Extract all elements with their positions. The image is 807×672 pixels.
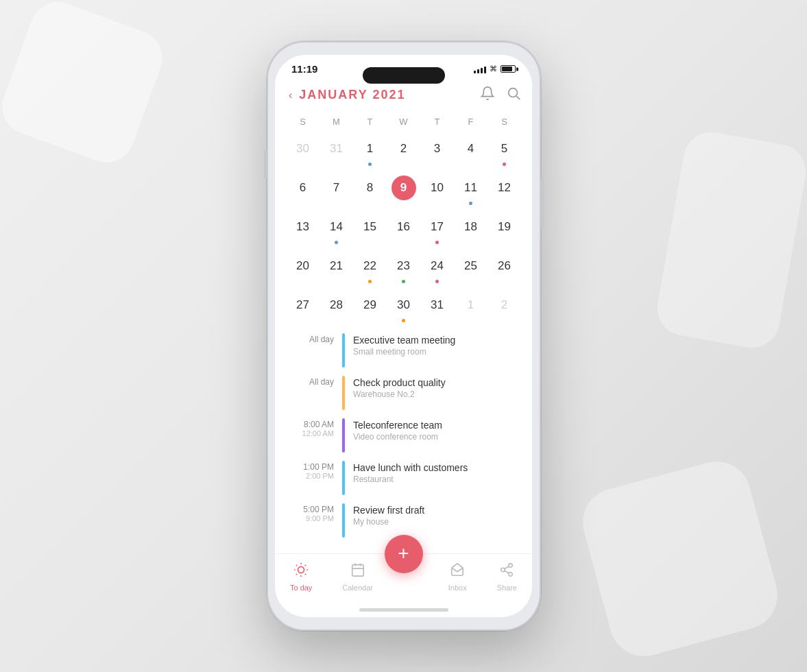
calendar-grid: S M T W T F S 30 31	[286, 114, 521, 328]
week-row: 20 21 22 23	[286, 250, 521, 289]
week-row: 30 31 1 2 3	[286, 132, 521, 171]
calendar-label: Calendar	[342, 584, 373, 592]
day-cell-jan3[interactable]: 3	[420, 132, 454, 171]
day-cell[interactable]: 2	[487, 289, 521, 328]
event-bar	[342, 376, 345, 410]
day-cell-jan15[interactable]: 15	[353, 211, 387, 250]
event-dot	[368, 280, 372, 283]
event-bar	[342, 418, 345, 453]
header-icons	[480, 86, 521, 104]
day-cell-jan19[interactable]: 19	[487, 211, 521, 250]
day-cell-jan16[interactable]: 16	[387, 211, 420, 250]
event-location: Warehouse No.2	[353, 389, 521, 399]
day-cell-jan17[interactable]: 17	[420, 211, 454, 250]
day-cell-jan11[interactable]: 11	[454, 171, 487, 211]
day-header-sat: S	[487, 114, 521, 130]
app-content: ‹ JANUARY 2021	[275, 79, 532, 553]
day-cell-jan26[interactable]: 26	[487, 250, 521, 289]
svg-point-2	[298, 566, 304, 573]
day-cell-jan21[interactable]: 21	[320, 250, 353, 289]
svg-line-18	[505, 571, 509, 573]
event-row-1[interactable]: All day Executive team meeting Small mee…	[286, 333, 521, 368]
week-row: 13 14 15 16 17	[286, 211, 521, 250]
nav-inbox[interactable]: Inbox	[437, 560, 478, 595]
event-time: All day	[286, 333, 334, 344]
event-dot	[368, 163, 372, 166]
calendar-header: ‹ JANUARY 2021	[286, 79, 521, 114]
event-row-5[interactable]: 5:00 PM 9:00 PM Review first draft My ho…	[286, 503, 521, 538]
event-row-2[interactable]: All day Check product quality Warehouse …	[286, 376, 521, 410]
home-indicator	[359, 608, 448, 612]
day-cell-jan1[interactable]: 1	[353, 132, 387, 171]
share-icon	[499, 562, 514, 581]
day-cell-jan18[interactable]: 18	[454, 211, 487, 250]
event-time-main: All day	[286, 377, 334, 387]
event-details: Executive team meeting Small meeting roo…	[353, 333, 521, 357]
day-cell-jan27[interactable]: 27	[286, 289, 320, 328]
day-cell-jan24[interactable]: 24	[420, 250, 454, 289]
svg-line-1	[516, 96, 520, 99]
day-cell-jan30[interactable]: 30	[387, 289, 420, 328]
day-cell-jan9-today[interactable]: 9	[387, 171, 420, 211]
day-cell[interactable]: 30	[286, 132, 320, 171]
day-header-thu: T	[420, 114, 454, 130]
day-cell-jan5[interactable]: 5	[487, 132, 521, 171]
events-section: All day Executive team meeting Small mee…	[286, 333, 521, 551]
day-cell-jan12[interactable]: 12	[487, 171, 521, 211]
day-header-wed: W	[387, 114, 420, 130]
nav-today[interactable]: To day	[279, 560, 323, 595]
day-headers: S M T W T F S	[286, 114, 521, 130]
svg-point-17	[509, 573, 513, 577]
svg-line-6	[305, 574, 306, 575]
day-cell-jan7[interactable]: 7	[320, 171, 353, 211]
nav-share[interactable]: Share	[486, 560, 528, 595]
day-header-mon: M	[320, 114, 353, 130]
day-cell-jan6[interactable]: 6	[286, 171, 320, 211]
day-cell-jan4[interactable]: 4	[454, 132, 487, 171]
event-time-main: All day	[286, 335, 334, 344]
day-cell-jan28[interactable]: 28	[320, 289, 353, 328]
day-cell-jan29[interactable]: 29	[353, 289, 387, 328]
day-cell[interactable]: 31	[320, 132, 353, 171]
event-row-3[interactable]: 8:00 AM 12:00 AM Teleconference team Vid…	[286, 418, 521, 453]
bell-icon[interactable]	[480, 86, 495, 104]
day-cell-jan14[interactable]: 14	[320, 211, 353, 250]
nav-calendar[interactable]: Calendar	[331, 560, 384, 595]
event-bar	[342, 333, 345, 368]
day-cell-jan22[interactable]: 22	[353, 250, 387, 289]
battery-icon	[501, 65, 516, 73]
phone-frame: 11:19 ⌘ ‹	[267, 41, 541, 631]
day-cell-jan23[interactable]: 23	[387, 250, 420, 289]
day-cell-jan13[interactable]: 13	[286, 211, 320, 250]
day-cell[interactable]: 1	[454, 289, 487, 328]
day-cell-jan31[interactable]: 31	[420, 289, 454, 328]
prev-month-button[interactable]: ‹	[286, 88, 295, 103]
event-time: 8:00 AM 12:00 AM	[286, 418, 334, 437]
event-time: 5:00 PM 9:00 PM	[286, 503, 334, 523]
event-time: All day	[286, 376, 334, 387]
day-cell-jan25[interactable]: 25	[454, 250, 487, 289]
signal-icon	[474, 65, 486, 73]
add-event-fab[interactable]: +	[385, 535, 423, 573]
day-cell-jan8[interactable]: 8	[353, 171, 387, 211]
notch	[363, 67, 445, 84]
event-details: Check product quality Warehouse No.2	[353, 376, 521, 399]
day-cell-jan10[interactable]: 10	[420, 171, 454, 211]
svg-point-16	[501, 568, 505, 572]
event-title: Teleconference team	[353, 420, 521, 431]
day-header-sun: S	[286, 114, 320, 130]
day-cell-jan20[interactable]: 20	[286, 250, 320, 289]
event-title: Check product quality	[353, 377, 521, 388]
event-location: Restaurant	[353, 475, 521, 484]
phone-screen: 11:19 ⌘ ‹	[275, 55, 532, 617]
svg-line-9	[296, 574, 297, 575]
event-location: Small meeting room	[353, 347, 521, 357]
status-time: 11:19	[291, 63, 317, 75]
day-cell-jan2[interactable]: 2	[387, 132, 420, 171]
week-row: 27 28 29 30 31	[286, 289, 521, 328]
event-dot	[335, 241, 338, 244]
search-icon[interactable]	[506, 86, 521, 104]
event-row-4[interactable]: 1:00 PM 2:00 PM Have lunch with customer…	[286, 461, 521, 495]
event-details: Review first draft My house	[353, 503, 521, 527]
today-label: To day	[290, 584, 312, 592]
